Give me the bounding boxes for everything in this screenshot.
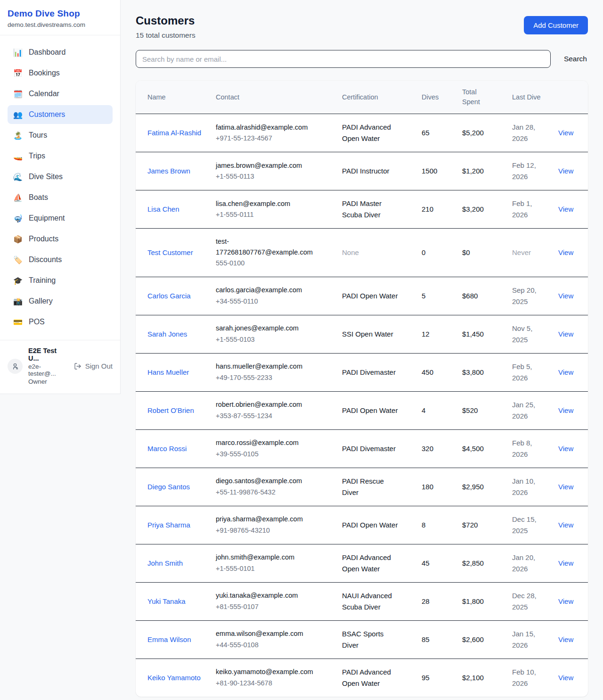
nav-icon: 🗓️ bbox=[13, 90, 23, 99]
customer-name-link[interactable]: Hans Mueller bbox=[147, 368, 189, 376]
customer-name-link[interactable]: Emma Wilson bbox=[147, 635, 191, 643]
view-customer-link[interactable]: View bbox=[558, 248, 573, 256]
view-customer-link[interactable]: View bbox=[558, 167, 573, 175]
customer-last-dive: Jan 15, 2026 bbox=[512, 620, 558, 659]
customer-certification: PADI Advanced Open Water bbox=[342, 544, 422, 582]
customer-contact-cell: yuki.tanaka@example.com +81-555-0107 bbox=[216, 582, 342, 620]
customer-name-cell: Carlos Garcia bbox=[136, 277, 216, 315]
sidebar-item-tours[interactable]: 🏝️ Tours bbox=[8, 126, 113, 145]
sidebar-item-dive-sites[interactable]: 🌊 Dive Sites bbox=[8, 167, 113, 186]
customer-name-link[interactable]: Keiko Yamamoto bbox=[147, 674, 201, 682]
view-customer-link[interactable]: View bbox=[558, 330, 573, 338]
search-input[interactable] bbox=[136, 50, 551, 68]
customer-last-dive: Jan 25, 2026 bbox=[512, 391, 558, 429]
customer-view-cell: View bbox=[558, 114, 588, 152]
customer-last-dive: Dec 28, 2025 bbox=[512, 582, 558, 620]
search-button[interactable]: Search bbox=[563, 52, 588, 66]
add-customer-button[interactable]: Add Customer bbox=[524, 16, 588, 34]
customer-view-cell: View bbox=[558, 620, 588, 659]
view-customer-link[interactable]: View bbox=[558, 292, 573, 300]
customer-name-link[interactable]: Test Customer bbox=[147, 248, 193, 256]
customer-dives: 8 bbox=[422, 506, 462, 544]
customer-count: 15 total customers bbox=[136, 31, 196, 40]
customer-dives: 4 bbox=[422, 391, 462, 429]
sidebar-item-gallery[interactable]: 📸 Gallery bbox=[8, 292, 113, 311]
sidebar-item-customers[interactable]: 👥 Customers bbox=[8, 105, 113, 124]
view-customer-link[interactable]: View bbox=[558, 368, 573, 376]
customer-dives: 1500 bbox=[422, 152, 462, 190]
nav-icon: 💳 bbox=[13, 318, 23, 327]
view-customer-link[interactable]: View bbox=[558, 521, 573, 529]
customer-name-cell: Lisa Chen bbox=[136, 190, 216, 229]
customer-view-cell: View bbox=[558, 229, 588, 277]
customer-phone: +971-55-123-4567 bbox=[216, 133, 314, 144]
customer-email: yuki.tanaka@example.com bbox=[216, 590, 314, 601]
view-customer-link[interactable]: View bbox=[558, 597, 573, 605]
view-customer-link[interactable]: View bbox=[558, 559, 573, 567]
customer-name-link[interactable]: Marco Rossi bbox=[147, 445, 187, 453]
view-customer-link[interactable]: View bbox=[558, 205, 573, 213]
view-customer-link[interactable]: View bbox=[558, 674, 573, 682]
nav-icon: 👥 bbox=[13, 110, 23, 119]
nav-icon: 📦 bbox=[13, 235, 23, 244]
sidebar-item-bookings[interactable]: 📅 Bookings bbox=[8, 64, 113, 82]
sidebar-item-equipment[interactable]: 🤿 Equipment bbox=[8, 209, 113, 228]
sidebar-item-products[interactable]: 📦 Products bbox=[8, 230, 113, 248]
nav-icon: 🤿 bbox=[13, 214, 23, 223]
view-customer-link[interactable]: View bbox=[558, 129, 573, 137]
customer-certification: PADI Open Water bbox=[342, 277, 422, 315]
customer-certification: PADI Open Water bbox=[342, 506, 422, 544]
view-customer-link[interactable]: View bbox=[558, 406, 573, 414]
customer-name-cell: Sarah Jones bbox=[136, 315, 216, 353]
customer-dives: 0 bbox=[422, 229, 462, 277]
sidebar-item-label: Calendar bbox=[29, 90, 59, 98]
customer-certification: PADI Advanced Open Water bbox=[342, 114, 422, 152]
customer-name-link[interactable]: Robert O'Brien bbox=[147, 406, 194, 414]
main-content: Customers 15 total customers Add Custome… bbox=[121, 0, 603, 700]
sidebar-item-discounts[interactable]: 🏷️ Discounts bbox=[8, 250, 113, 269]
customer-email: fatima.alrashid@example.com bbox=[216, 122, 314, 133]
sidebar-item-label: Boats bbox=[29, 193, 48, 202]
customer-name-link[interactable]: Carlos Garcia bbox=[147, 292, 191, 300]
sidebar-item-pos[interactable]: 💳 POS bbox=[8, 313, 113, 331]
customer-name-link[interactable]: James Brown bbox=[147, 167, 190, 175]
nav-icon: ⛵ bbox=[13, 193, 23, 202]
customer-last-dive: Feb 8, 2026 bbox=[512, 429, 558, 468]
sidebar-item-trips[interactable]: 🚤 Trips bbox=[8, 147, 113, 165]
sidebar-item-boats[interactable]: ⛵ Boats bbox=[8, 188, 113, 207]
customer-total-spent: $3,800 bbox=[462, 353, 512, 391]
customer-name-link[interactable]: Diego Santos bbox=[147, 483, 190, 491]
customer-certification: PADI Master Scuba Diver bbox=[342, 190, 422, 229]
sidebar-item-calendar[interactable]: 🗓️ Calendar bbox=[8, 84, 113, 103]
customer-name-link[interactable]: Sarah Jones bbox=[147, 330, 187, 338]
customer-name-link[interactable]: Priya Sharma bbox=[147, 521, 190, 529]
sidebar-item-label: Tours bbox=[29, 131, 47, 140]
nav-icon: 🌊 bbox=[13, 173, 23, 181]
table-row: Carlos Garcia carlos.garcia@example.com … bbox=[136, 277, 588, 315]
customer-name-link[interactable]: Fatima Al-Rashid bbox=[147, 129, 201, 137]
customer-total-spent: $720 bbox=[462, 506, 512, 544]
customer-name-link[interactable]: Lisa Chen bbox=[147, 205, 179, 213]
customer-contact-cell: james.brown@example.com +1-555-0113 bbox=[216, 152, 342, 190]
sign-out-label: Sign Out bbox=[85, 362, 113, 370]
customer-view-cell: View bbox=[558, 659, 588, 697]
sidebar-item-label: Gallery bbox=[29, 297, 53, 305]
sidebar-item-label: Dive Sites bbox=[29, 173, 63, 181]
customer-email: diego.santos@example.com bbox=[216, 476, 314, 486]
customer-name-link[interactable]: Yuki Tanaka bbox=[147, 597, 186, 605]
customer-name-link[interactable]: John Smith bbox=[147, 559, 183, 567]
sidebar-item-label: Trips bbox=[29, 152, 45, 160]
customer-dives: 320 bbox=[422, 429, 462, 468]
sign-out-button[interactable]: Sign Out bbox=[74, 362, 113, 370]
customer-contact-cell: sarah.jones@example.com +1-555-0103 bbox=[216, 315, 342, 353]
sidebar-item-dashboard[interactable]: 📊 Dashboard bbox=[8, 43, 113, 62]
customer-email: sarah.jones@example.com bbox=[216, 323, 314, 334]
sidebar-item-training[interactable]: 🎓 Training bbox=[8, 271, 113, 290]
app-root: Demo Dive Shop demo.test.divestreams.com… bbox=[0, 0, 603, 700]
view-customer-link[interactable]: View bbox=[558, 635, 573, 643]
sidebar-header: Demo Dive Shop demo.test.divestreams.com bbox=[0, 0, 120, 35]
customer-name-cell: Yuki Tanaka bbox=[136, 582, 216, 620]
customer-phone: +44-555-0108 bbox=[216, 640, 314, 651]
view-customer-link[interactable]: View bbox=[558, 483, 573, 491]
view-customer-link[interactable]: View bbox=[558, 445, 573, 453]
